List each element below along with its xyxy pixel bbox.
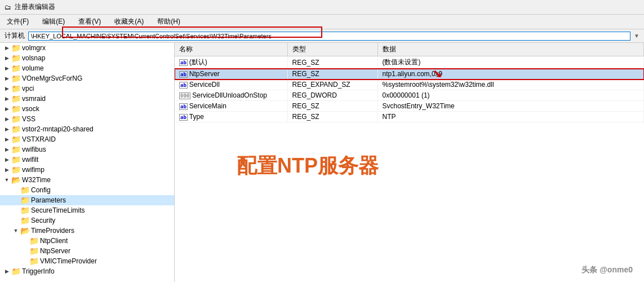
reg-data-cell: %systemroot%\system32\w32time.dll [377,80,644,90]
reg-type-icon: ab [179,59,188,66]
folder-icon: 📁 [20,206,29,215]
tree-item[interactable]: 📁VMICTimeProvider [0,256,174,266]
tree-item[interactable]: ▶📁vsock [0,104,174,114]
reg-name: Type [189,113,204,121]
menu-help[interactable]: 帮助(H) [155,16,183,28]
tree-panel: ▶📁volmgrx▶📁volsnap▶📁volume▶📁VOneMgrSvcFo… [0,43,175,282]
reg-type-cell: REG_EXPAND_SZ [287,80,377,90]
tree-toggle-icon: ▶ [2,267,11,276]
tree-item[interactable]: ▶📁volmgrx [0,43,174,53]
reg-name-cell: ab(默认) [175,56,287,69]
tree-toggle-icon: ▶ [2,165,11,174]
tree-item[interactable]: ▶📁VOneMgrSvcForNG [0,73,174,83]
reg-type-cell: REG_SZ [287,69,377,80]
tree-item[interactable]: ▶📁VSS [0,114,174,124]
tree-item[interactable]: ▶📁TriggerInfo [0,266,174,276]
tree-item-label: NtpServer [40,247,70,255]
address-input[interactable] [28,32,630,41]
folder-icon: 📁 [11,145,20,154]
table-row[interactable]: ab(默认)REG_SZ(数值未设置) [175,56,644,69]
tree-toggle-icon [11,196,20,205]
address-bar: 计算机 ▼ [0,29,644,43]
folder-icon: 📁 [11,94,20,103]
menu-file[interactable]: 文件(F) [5,16,31,28]
title-bar: 🗂 注册表编辑器 [0,0,644,15]
tree-item[interactable]: ▼📂W32Time [0,175,174,185]
tree-toggle-icon: ▶ [2,135,11,144]
tree-toggle-icon [11,186,20,195]
tree-toggle-icon [20,246,29,255]
folder-icon: 📁 [11,43,20,52]
table-row[interactable]: abServiceDllREG_EXPAND_SZ%systemroot%\sy… [175,80,644,90]
tree-item[interactable]: ▶📁vwifimp [0,165,174,175]
reg-name: ServiceMain [189,102,226,110]
menu-edit[interactable]: 编辑(E) [40,16,67,28]
menu-view[interactable]: 查看(V) [76,16,103,28]
folder-icon: 📁 [11,104,20,113]
tree-item[interactable]: ▶📁volume [0,63,174,73]
tree-item[interactable]: ▶📁vwifilt [0,155,174,165]
reg-name-cell: 000ServiceDllUnloadOnStop [175,90,287,101]
tree-toggle-icon [20,236,29,245]
tree-item[interactable]: ▶📁VSTXRAID [0,134,174,144]
tree-item[interactable]: ▶📁vpci [0,83,174,94]
tree-item[interactable]: 📁NtpClient [0,236,174,246]
folder-icon: 📂 [11,175,20,184]
watermark: 头条 @onme0 [581,265,633,275]
tree-item-label: SecureTimeLimits [31,206,85,214]
tree-item[interactable]: 📁SecureTimeLimits [0,205,174,215]
reg-data-cell: NTP [377,112,644,122]
tree-item[interactable]: 📁Security [0,215,174,226]
table-row[interactable]: 000ServiceDllUnloadOnStopREG_DWORD0x0000… [175,90,644,101]
registry-scroll[interactable]: 名称 类型 数据 ab(默认)REG_SZ(数值未设置)abNtpServerR… [175,43,644,282]
reg-name-cell: abServiceMain [175,101,287,112]
tree-item-label: vwifilt [22,156,38,164]
menu-favorites[interactable]: 收藏夹(A) [112,16,146,28]
tree-item-label: vsock [22,105,39,113]
reg-data-cell: ntp1.aliyun.com,0x9 [377,69,644,80]
registry-panel: 名称 类型 数据 ab(默认)REG_SZ(数值未设置)abNtpServerR… [175,43,644,282]
tree-item[interactable]: 📁NtpServer [0,246,174,256]
app-icon: 🗂 [5,3,11,11]
tree-toggle-icon: ▶ [2,104,11,113]
window-title: 注册表编辑器 [15,2,55,12]
reg-type-cell: REG_DWORD [287,90,377,101]
reg-name: NtpServer [189,70,220,78]
tree-item-label: vstor2-mntapi20-shared [22,125,94,133]
reg-name: (默认) [189,58,207,66]
folder-icon: 📁 [11,114,20,124]
folder-icon: 📁 [29,246,38,255]
address-label: 计算机 [5,31,25,41]
reg-type-icon: ab [179,71,188,78]
reg-name: ServiceDllUnloadOnStop [192,91,267,99]
tree-item[interactable]: 📁Parameters [0,195,174,205]
tree-toggle-icon: ▶ [2,114,11,124]
reg-name-cell: abServiceDll [175,80,287,90]
tree-item-label: vwifimp [22,166,45,174]
tree-item[interactable]: ▶📁volsnap [0,53,174,63]
tree-item[interactable]: ▶📁vwifibus [0,144,174,155]
tree-item[interactable]: 📁Config [0,185,174,195]
folder-icon: 📁 [29,236,38,245]
tree-toggle-icon: ▶ [2,94,11,103]
tree-item[interactable]: ▶📁vstor2-mntapi20-shared [0,124,174,134]
folder-icon: 📁 [11,84,20,93]
reg-data-cell: (数值未设置) [377,56,644,69]
table-row[interactable]: abServiceMainREG_SZSvchostEntry_W32Time [175,101,644,112]
reg-name-cell: abType [175,112,287,122]
col-header-name: 名称 [175,43,287,56]
tree-item[interactable]: ▶📁vsmraid [0,94,174,104]
tree-item-label: Config [31,186,51,194]
table-row[interactable]: abNtpServerREG_SZntp1.aliyun.com,0x9 [175,69,644,80]
tree-toggle-icon [11,216,20,225]
tree-item-label: NtpClient [40,237,68,245]
tree-toggle-icon: ▼ [11,226,20,235]
folder-icon: 📁 [20,196,29,205]
tree-item[interactable]: ▼📂TimeProviders [0,226,174,236]
tree-item-label: volume [22,64,44,72]
reg-name: ServiceDll [189,81,220,89]
tree-item-label: VOneMgrSvcForNG [22,74,82,82]
tree-toggle-icon [20,257,29,266]
reg-data-cell: SvchostEntry_W32Time [377,101,644,112]
table-row[interactable]: abTypeREG_SZNTP [175,112,644,122]
